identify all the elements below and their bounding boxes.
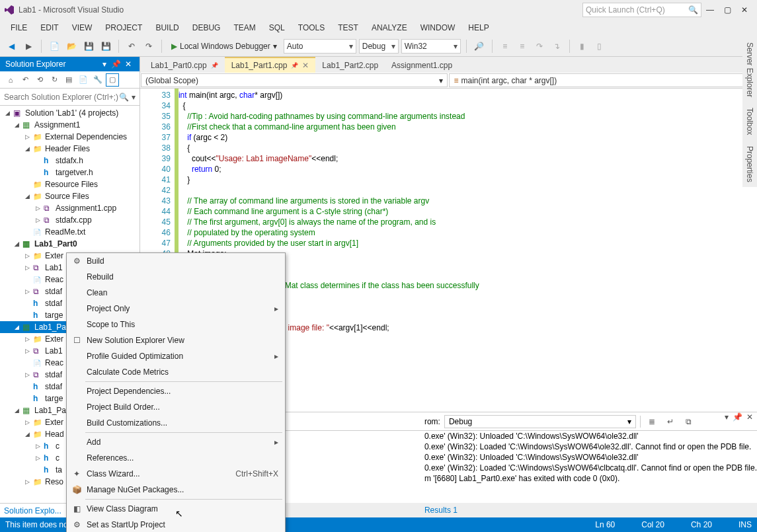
preview-button[interactable]: ▢ — [106, 73, 119, 87]
folder-header-files[interactable]: ◢Header Files — [0, 143, 139, 155]
output-close-button[interactable]: ✕ — [746, 412, 753, 422]
properties-button[interactable]: 🔧 — [91, 73, 104, 87]
menu-team[interactable]: TEAM — [227, 20, 262, 35]
build-config-dropdown[interactable]: Debug▾ — [359, 39, 399, 54]
menu-edit[interactable]: EDIT — [34, 20, 65, 35]
context-menu-item[interactable]: Project Only▸ — [67, 301, 285, 317]
close-tab-icon[interactable]: ✕ — [302, 61, 309, 70]
navigate-back-button[interactable]: ◀ — [4, 39, 19, 54]
menu-project[interactable]: PROJECT — [99, 20, 149, 35]
new-project-button[interactable]: 📄 — [47, 39, 61, 54]
context-menu-item[interactable]: 📦Manage NuGet Packages... — [67, 482, 285, 498]
solution-explorer-search[interactable]: 🔍 ▾ — [0, 89, 139, 106]
clear-output-button[interactable]: ≣ — [645, 414, 659, 429]
tab-lab1-part2[interactable]: Lab1_Part2.cpp — [315, 58, 385, 73]
find-button[interactable]: 🔎 — [472, 39, 487, 54]
file-stdafx-cpp[interactable]: ▷stdafx.cpp — [0, 214, 139, 226]
menu-file[interactable]: FILE — [4, 20, 34, 35]
search-input[interactable] — [4, 93, 119, 102]
menu-window[interactable]: WINDOW — [414, 20, 462, 35]
panel-close-button[interactable]: ✕ — [122, 59, 134, 69]
toggle-wrap-button[interactable]: ↵ — [663, 414, 678, 429]
context-menu-item[interactable]: Clean — [67, 285, 285, 301]
server-explorer-tab[interactable]: Server Explorer — [742, 37, 757, 102]
context-menu-item[interactable]: Project Dependencies... — [67, 383, 285, 399]
pin-icon[interactable]: 📌 — [211, 62, 218, 69]
folder-source-files[interactable]: ◢Source Files — [0, 190, 139, 202]
step-over-icon[interactable]: ↷ — [532, 39, 547, 54]
pin-icon[interactable]: 📌 — [291, 62, 298, 69]
save-all-button[interactable]: 💾 — [99, 39, 113, 54]
solution-node[interactable]: ◢Solution 'Lab1' (4 projects) — [0, 107, 139, 119]
solution-explorer-header: Solution Explorer ▾ 📌 ✕ — [0, 57, 139, 71]
context-menu-item[interactable]: Build Customizations... — [67, 415, 285, 431]
tab-assignment1[interactable]: Assignment1.cpp — [385, 58, 459, 73]
status-ins: INS — [738, 520, 752, 529]
project-assignment1[interactable]: ◢Assignment1 — [0, 119, 139, 131]
menu-view[interactable]: VIEW — [65, 20, 99, 35]
platform-dropdown[interactable]: Win32▾ — [401, 39, 461, 54]
scope-dropdown-left[interactable]: (Global Scope)▾ — [141, 73, 448, 87]
context-menu-item[interactable]: ⚙Build — [67, 253, 285, 269]
context-menu-item[interactable]: ✦Class Wizard...Ctrl+Shift+X — [67, 466, 285, 482]
breakpoint-icon[interactable]: ▮ — [575, 39, 590, 54]
menu-tools[interactable]: TOOLS — [292, 20, 331, 35]
minimize-button[interactable]: — — [701, 3, 719, 17]
menu-help[interactable]: HELP — [461, 20, 495, 35]
folder-external-deps[interactable]: ▷External Dependencies — [0, 131, 139, 143]
bookmark-icon[interactable]: ▯ — [592, 39, 607, 54]
menu-sql[interactable]: SQL — [262, 20, 292, 35]
collapse-all-button[interactable]: ▤ — [62, 73, 75, 87]
context-menu-item[interactable]: Rebuild — [67, 269, 285, 285]
context-menu-item[interactable]: ☐New Solution Explorer View — [67, 332, 285, 348]
output-dropdown-button[interactable]: ▾ — [725, 412, 729, 422]
context-menu-item[interactable]: Project Build Order... — [67, 399, 285, 415]
context-menu-item[interactable]: Add▸ — [67, 434, 285, 450]
scope-dropdown-right[interactable]: ≡main(int argc, char * argv[])▾ — [449, 73, 756, 87]
folder-resource-files[interactable]: Resource Files — [0, 178, 139, 190]
context-menu-item[interactable]: Scope to This — [67, 317, 285, 332]
vs-logo-icon — [4, 5, 15, 15]
context-menu-item[interactable]: Profile Guided Optimization▸ — [67, 348, 285, 364]
quick-launch-input[interactable]: Quick Launch (Ctrl+Q) 🔍 — [582, 3, 701, 17]
properties-tab[interactable]: Properties — [742, 141, 757, 188]
redo-button[interactable]: ↷ — [141, 39, 156, 54]
context-menu-item[interactable]: Calculate Code Metrics — [67, 364, 285, 380]
show-all-files-button[interactable]: 📄 — [77, 73, 90, 87]
solution-config-dropdown[interactable]: Auto▾ — [284, 39, 356, 54]
undo-button[interactable]: ↶ — [124, 39, 139, 54]
file-stdafx-h[interactable]: stdafx.h — [0, 155, 139, 167]
refresh-button[interactable]: ↻ — [48, 73, 61, 87]
uncomment-button[interactable]: ≡ — [515, 39, 530, 54]
output-pin-button[interactable]: 📌 — [733, 412, 742, 422]
project-lab1-part0[interactable]: ◢Lab1_Part0 — [0, 238, 139, 250]
open-file-button[interactable]: 📂 — [64, 39, 79, 54]
tab-lab1-part0[interactable]: Lab1_Part0.cpp📌 — [144, 58, 225, 73]
menu-test[interactable]: TEST — [331, 20, 365, 35]
output-source-dropdown[interactable]: Debug▾ — [444, 415, 636, 428]
sync-button[interactable]: ⟲ — [33, 73, 46, 87]
menu-build[interactable]: BUILD — [149, 20, 185, 35]
start-debugging-button[interactable]: ▶ Local Windows Debugger ▾ — [167, 42, 281, 51]
menu-analyze[interactable]: ANALYZE — [365, 20, 414, 35]
file-targetver-h[interactable]: targetver.h — [0, 167, 139, 178]
file-assignment1-cpp[interactable]: ▷Assignment1.cpp — [0, 202, 139, 214]
context-menu-item[interactable]: ⚙Set as StartUp Project — [67, 517, 285, 532]
panel-pin-button[interactable]: 📌 — [110, 59, 122, 69]
home-button[interactable]: ⌂ — [4, 73, 17, 87]
back-scope-button[interactable]: ↶ — [19, 73, 32, 87]
tab-lab1-part1[interactable]: Lab1_Part1.cpp📌✕ — [225, 57, 316, 73]
save-button[interactable]: 💾 — [81, 39, 96, 54]
menu-debug[interactable]: DEBUG — [186, 20, 227, 35]
maximize-button[interactable]: ▢ — [719, 3, 736, 17]
navigate-forward-button[interactable]: ▶ — [21, 39, 36, 54]
file-readme[interactable]: ReadMe.txt — [0, 226, 139, 238]
step-into-icon[interactable]: ↴ — [549, 39, 564, 54]
output-settings-button[interactable]: ⧉ — [682, 414, 696, 429]
close-button[interactable]: ✕ — [736, 3, 753, 17]
comment-button[interactable]: ≡ — [498, 39, 512, 54]
toolbox-tab[interactable]: Toolbox — [742, 102, 757, 140]
search-dropdown-icon[interactable]: ▾ — [132, 93, 136, 102]
context-menu-item[interactable]: References... — [67, 450, 285, 466]
panel-dropdown-button[interactable]: ▾ — [99, 59, 110, 69]
